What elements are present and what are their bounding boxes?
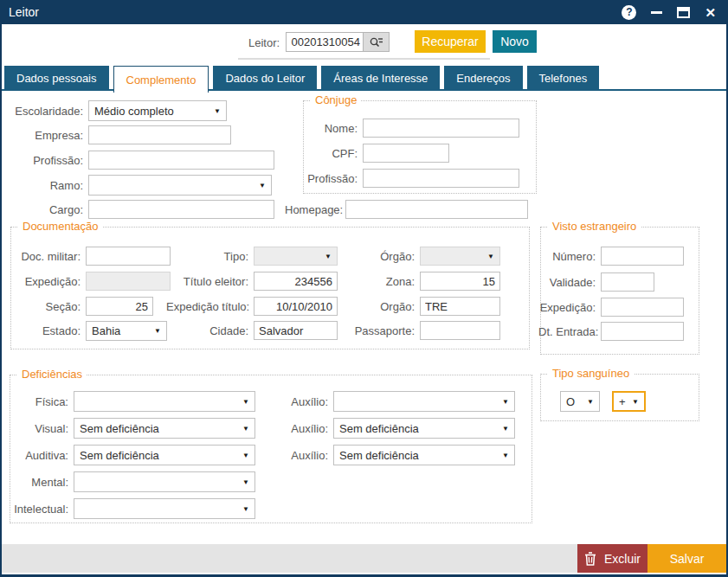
conjuge-group-title: Cônjuge xyxy=(311,93,361,106)
visto-numero-label: Número: xyxy=(538,250,596,263)
def-auditiva-value: Sem deficiência xyxy=(80,449,239,462)
secao-label: Seção: xyxy=(7,300,81,313)
aux-visual-select[interactable]: Sem deficiência ▼ xyxy=(333,418,515,439)
def-fisica-label: Física: xyxy=(7,395,68,408)
expedicao-titulo-label: Expedição título: xyxy=(166,300,248,313)
restore-icon[interactable] xyxy=(677,7,690,18)
blood-rh-select[interactable]: + ▼ xyxy=(612,391,646,412)
secao-input[interactable] xyxy=(86,297,153,316)
tab-dados-do-leitor[interactable]: Dados do Leitor xyxy=(213,66,317,90)
chevron-down-icon: ▼ xyxy=(632,398,639,406)
passaporte-input[interactable] xyxy=(420,321,500,340)
tab-dados-pessoais[interactable]: Dados pessoais xyxy=(4,66,109,90)
chevron-down-icon: ▼ xyxy=(242,505,249,513)
excluir-label: Excluir xyxy=(604,552,641,566)
ramo-select[interactable]: ▼ xyxy=(88,175,272,196)
novo-button[interactable]: Novo xyxy=(493,30,537,53)
blood-type-select[interactable]: O ▼ xyxy=(560,391,600,412)
chevron-down-icon: ▼ xyxy=(587,398,594,406)
chevron-down-icon: ▼ xyxy=(242,452,249,459)
tab-areas-de-interesse[interactable]: Áreas de Interesse xyxy=(321,66,440,90)
def-visual-select[interactable]: Sem deficiência ▼ xyxy=(74,418,255,439)
ramo-label: Ramo: xyxy=(7,179,83,192)
visto-expedicao-input[interactable] xyxy=(601,298,684,317)
visto-validade-input[interactable] xyxy=(601,272,654,292)
leitor-label: Leitor: xyxy=(248,36,280,49)
visto-numero-input[interactable] xyxy=(601,247,684,266)
visto-dt-entrada-input[interactable] xyxy=(601,322,684,341)
visto-expedicao-label: Expedição: xyxy=(538,301,596,314)
leitor-number-input[interactable] xyxy=(286,32,364,52)
def-intelectual-label: Intelectual: xyxy=(7,503,68,516)
profissao-input[interactable] xyxy=(88,151,274,170)
visto-dt-entrada-label: Dt. Entrada: xyxy=(538,325,596,338)
chevron-down-icon: ▼ xyxy=(242,478,249,486)
tipo-label: Tipo: xyxy=(166,250,248,263)
tab-complemento[interactable]: Complemento xyxy=(113,66,209,93)
orgao-text-label: Orgão: xyxy=(350,300,415,313)
blood-rh-value: + xyxy=(619,395,628,408)
excluir-button[interactable]: Excluir xyxy=(577,544,647,573)
recuperar-button[interactable]: Recuperar xyxy=(415,30,486,53)
def-auditiva-label: Auditiva: xyxy=(7,449,68,462)
blood-type-value: O xyxy=(566,395,583,408)
empresa-label: Empresa: xyxy=(7,129,83,142)
minimize-icon[interactable] xyxy=(651,11,662,14)
trash-icon xyxy=(584,552,596,566)
def-fisica-select[interactable]: ▼ xyxy=(74,391,255,412)
def-auditiva-select[interactable]: Sem deficiência ▼ xyxy=(74,445,255,465)
aux-fisica-select[interactable]: ▼ xyxy=(333,391,515,412)
salvar-button[interactable]: Salvar xyxy=(647,544,726,573)
chevron-down-icon: ▼ xyxy=(325,253,332,260)
doc-militar-input[interactable] xyxy=(86,247,171,266)
aux-auditiva-select[interactable]: Sem deficiência ▼ xyxy=(333,445,515,465)
escolaridade-select[interactable]: Médio completo ▼ xyxy=(88,100,227,121)
help-icon[interactable]: ? xyxy=(622,5,636,20)
conjuge-profissao-input[interactable] xyxy=(363,169,519,188)
close-icon[interactable]: ✕ xyxy=(705,6,716,19)
chevron-down-icon: ▼ xyxy=(502,452,509,459)
cargo-label: Cargo: xyxy=(7,203,83,216)
zona-label: Zona: xyxy=(350,275,415,288)
cidade-label: Cidade: xyxy=(166,324,248,337)
empresa-input[interactable] xyxy=(88,125,231,144)
chevron-down-icon: ▼ xyxy=(214,107,221,115)
expedicao-titulo-input[interactable] xyxy=(254,297,338,316)
titlebar: Leitor ? ✕ xyxy=(0,0,728,24)
conjuge-nome-label: Nome: xyxy=(297,122,358,135)
zona-input[interactable] xyxy=(420,272,500,291)
homepage-label: Homepage: xyxy=(285,203,340,216)
titlebar-buttons: ? ✕ xyxy=(622,5,728,20)
aux-visual-value: Sem deficiência xyxy=(339,422,499,435)
titulo-eleitor-input[interactable] xyxy=(254,272,338,291)
def-mental-label: Mental: xyxy=(7,476,68,489)
leitor-dialog: Leitor ? ✕ Leitor: Recuperar Novo Dados … xyxy=(0,0,728,577)
def-visual-label: Visual: xyxy=(7,422,68,435)
lookup-icon xyxy=(369,36,384,48)
escolaridade-label: Escolaridade: xyxy=(7,105,83,118)
footer-bar: Excluir Salvar xyxy=(2,544,726,573)
orgao-input[interactable] xyxy=(420,297,500,316)
lookup-button[interactable] xyxy=(364,32,390,52)
homepage-input[interactable] xyxy=(345,200,528,219)
deficiencias-group-title: Deficiências xyxy=(17,368,87,381)
tab-telefones[interactable]: Telefones xyxy=(527,66,600,90)
estado-select[interactable]: Bahia ▼ xyxy=(86,321,167,341)
cidade-input[interactable] xyxy=(254,321,338,340)
orgao-select-label: Órgão: xyxy=(350,250,415,263)
escolaridade-value: Médio completo xyxy=(94,105,210,118)
cargo-input[interactable] xyxy=(88,200,274,219)
chevron-down-icon: ▼ xyxy=(259,182,266,189)
chevron-down-icon: ▼ xyxy=(154,327,161,335)
def-intelectual-select[interactable]: ▼ xyxy=(74,498,255,519)
def-mental-select[interactable]: ▼ xyxy=(74,471,255,492)
doc-expedicao-label: Expedição: xyxy=(7,275,81,288)
orgao-select: ▼ xyxy=(420,247,500,266)
tab-enderecos[interactable]: Endereços xyxy=(444,66,522,90)
salvar-label: Salvar xyxy=(670,552,705,566)
conjuge-cpf-input[interactable] xyxy=(363,144,449,163)
visto-validade-label: Validade: xyxy=(538,276,596,289)
doc-expedicao-input xyxy=(86,272,171,291)
aux-auditiva-value: Sem deficiência xyxy=(339,449,499,462)
conjuge-nome-input[interactable] xyxy=(363,119,519,138)
